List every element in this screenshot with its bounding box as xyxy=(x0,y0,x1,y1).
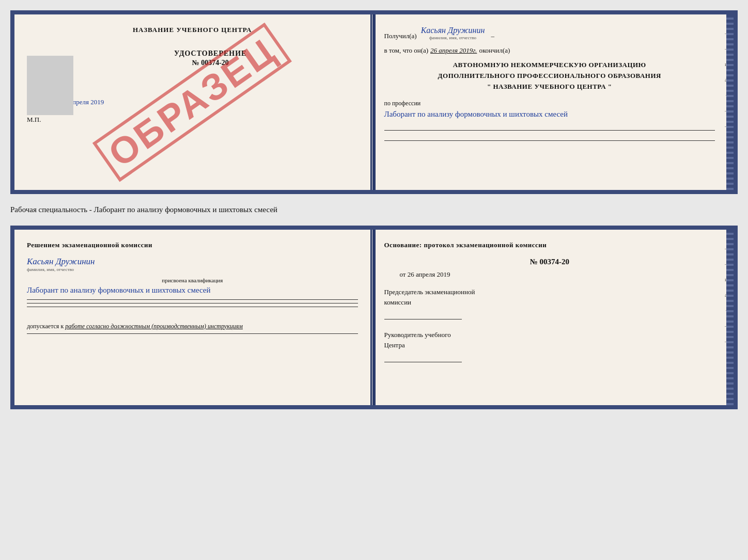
b-side-dash-и: и xyxy=(725,276,730,282)
right-side-dashes: – – и а ← – – xyxy=(725,30,730,129)
side-dash-а: а xyxy=(725,76,730,83)
po-professii-value: Лаборант по анализу формовочных и шихтов… xyxy=(384,108,715,120)
b-side-dash-2: – xyxy=(725,261,730,267)
bottom-fio-block: Касьян Дружинин фамилия, имя, отчество xyxy=(27,257,358,272)
top-school-name: НАЗВАНИЕ УЧЕБНОГО ЦЕНТРА xyxy=(27,26,358,34)
predsedatel-line2: комиссии xyxy=(384,297,715,308)
side-dash-и: и xyxy=(725,61,730,67)
po-professii-block: по профессии Лаборант по анализу формово… xyxy=(384,99,715,141)
dopuskaetsya-value: работе согласно должностным (производств… xyxy=(65,323,243,330)
bottom-right-side-dashes: – – и а ← – – xyxy=(725,245,730,344)
poluchil-line: Получил(а) Касьян Дружинин фамилия, имя,… xyxy=(384,26,715,40)
rukovoditel-line1: Руководитель учебного xyxy=(384,330,715,340)
predsedatel-line1: Председатель экзаменационной xyxy=(384,287,715,297)
vtom-line: в том, что он(а) 26 апреля 2019г. окончи… xyxy=(384,46,715,55)
b-side-dash-arrow: ← xyxy=(725,307,730,313)
b-side-dash-а: а xyxy=(725,292,730,298)
line1 xyxy=(27,299,358,300)
vydano-block: Выдано 26 апреля 2019 xyxy=(37,98,358,106)
udostoverenie-number: № 00374-20 xyxy=(63,59,358,67)
b-side-dash-1: – xyxy=(725,245,730,251)
osnovanie-title: Основание: протокол экзаменационной коми… xyxy=(384,241,715,249)
side-dash-2: – xyxy=(725,45,730,52)
protocol-date: от 26 апреля 2019 xyxy=(384,270,715,279)
side-dash-arrow: ← xyxy=(725,92,730,98)
underline2 xyxy=(384,132,715,141)
ot-label: от xyxy=(400,270,406,278)
page-container: НАЗВАНИЕ УЧЕБНОГО ЦЕНТРА УДОСТОВЕРЕНИЕ №… xyxy=(10,10,738,409)
b-side-dash-4: – xyxy=(725,338,730,344)
po-professii-label: по профессии xyxy=(384,100,421,107)
bottom-fio-value: Касьян Дружинин xyxy=(27,257,358,267)
line4 xyxy=(27,333,358,334)
center-line2: ДОПОЛНИТЕЛЬНОГО ПРОФЕССИОНАЛЬНОГО ОБРАЗО… xyxy=(384,71,715,82)
line2 xyxy=(27,303,358,303)
top-doc-left: НАЗВАНИЕ УЧЕБНОГО ЦЕНТРА УДОСТОВЕРЕНИЕ №… xyxy=(14,14,372,190)
b-side-dash-3: – xyxy=(725,323,730,329)
predsedatel-block: Председатель экзаменационной комиссии xyxy=(384,287,715,319)
poluchil-label: Получил(а) xyxy=(384,32,417,40)
resheniyem-title: Решением экзаменационной комиссии xyxy=(27,241,358,249)
line3 xyxy=(27,307,358,307)
fio-handwritten-top: Касьян Дружинин xyxy=(421,26,485,35)
center-line3: " НАЗВАНИЕ УЧЕБНОГО ЦЕНТРА " xyxy=(384,82,715,92)
vtom-date: 26 апреля 2019г. xyxy=(430,46,477,55)
underline1 xyxy=(384,121,715,131)
dopuskaetsya-label: допускается к xyxy=(27,323,64,330)
ot-date: 26 апреля 2019 xyxy=(408,270,450,278)
rukovoditel-line2: Центра xyxy=(384,340,715,350)
rukovoditel-signature xyxy=(384,352,462,362)
side-dash-4: – xyxy=(725,123,730,129)
mp-label: М.П. xyxy=(27,116,358,124)
udostoverenie-label: УДОСТОВЕРЕНИЕ xyxy=(63,50,358,58)
center-block: АВТОНОМНУЮ НЕКОММЕРЧЕСКУЮ ОРГАНИЗАЦИЮ ДО… xyxy=(384,60,715,92)
prisvoena-label: присвоена квалификация xyxy=(27,277,358,283)
protocol-number: № 00374-20 xyxy=(384,258,715,266)
fio-subtitle-top: фамилия, имя, отчество xyxy=(421,35,485,40)
predsedatel-signature xyxy=(384,309,462,319)
side-dash-3: – xyxy=(725,107,730,114)
center-line1: АВТОНОМНУЮ НЕКОММЕРЧЕСКУЮ ОРГАНИЗАЦИЮ xyxy=(384,60,715,71)
okonchill-label: окончил(а) xyxy=(479,46,510,55)
vtom-label: в том, что он(а) xyxy=(384,46,429,55)
bottom-document: Решением экзаменационной комиссии Касьян… xyxy=(10,226,738,409)
side-dash-1: – xyxy=(725,30,730,36)
bottom-doc-right: Основание: протокол экзаменационной коми… xyxy=(372,230,734,405)
top-doc-right: Получил(а) Касьян Дружинин фамилия, имя,… xyxy=(372,14,734,190)
top-document: НАЗВАНИЕ УЧЕБНОГО ЦЕНТРА УДОСТОВЕРЕНИЕ №… xyxy=(10,10,738,194)
dopuskaetsya-block: допускается к работе согласно должностны… xyxy=(27,323,358,330)
dash1: – xyxy=(491,32,494,40)
bottom-doc-left: Решением экзаменационной комиссии Касьян… xyxy=(14,230,372,405)
bottom-fio-subtitle: фамилия, имя, отчество xyxy=(27,267,358,272)
between-caption: Рабочая специальность - Лаборант по анал… xyxy=(10,203,738,216)
kvalifikatsiya-value: Лаборант по анализу формовочных и шихтов… xyxy=(27,284,358,296)
rukovoditel-block: Руководитель учебного Центра xyxy=(384,330,715,362)
photo-placeholder xyxy=(27,56,73,115)
